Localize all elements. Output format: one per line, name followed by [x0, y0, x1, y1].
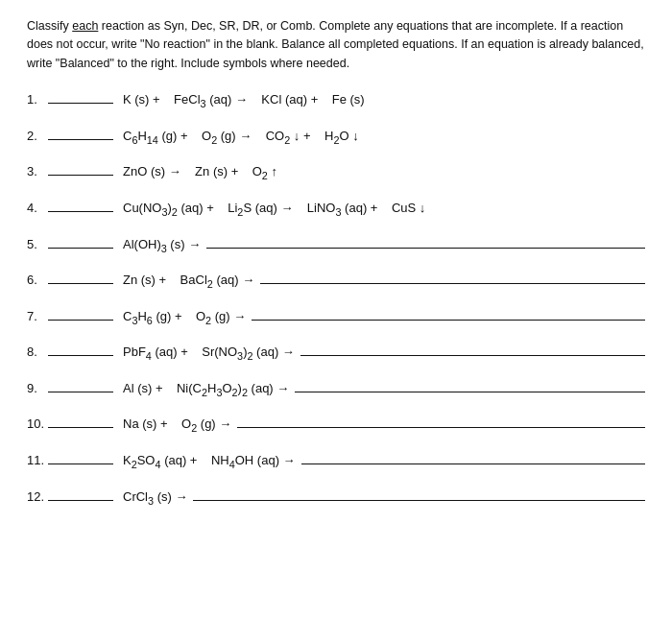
equation-text: Na (s) + O2 (g) → — [123, 416, 231, 434]
row-number: 7. — [27, 309, 48, 323]
equation-text: ZnO (s) → Zn (s) + O2 ↑ — [123, 164, 277, 181]
row-number: 4. — [27, 201, 48, 215]
row-number: 8. — [27, 345, 48, 359]
equation: C3H6 (g) + O2 (g) → — [123, 307, 645, 326]
equation: PbF4 (aq) + Sr(NO3)2 (aq) → — [123, 343, 645, 362]
reaction-row: 2.C6H14 (g) + O2 (g) → CO2 ↓ + H2O ↓ — [27, 127, 645, 146]
equation: K2SO4 (aq) + NH4OH (aq) → — [123, 451, 645, 470]
equation-text: PbF4 (aq) + Sr(NO3)2 (aq) → — [123, 345, 295, 362]
row-number: 12. — [27, 489, 48, 504]
classification-blank[interactable] — [48, 379, 113, 392]
equation-completion-blank[interactable] — [301, 451, 645, 464]
classification-blank[interactable] — [48, 487, 113, 501]
classification-blank[interactable] — [48, 162, 113, 176]
equation-completion-blank[interactable] — [193, 487, 645, 501]
classification-blank[interactable] — [48, 343, 113, 356]
equation: Na (s) + O2 (g) → — [123, 415, 645, 434]
reaction-row: 4.Cu(NO3)2 (aq) + Li2S (aq) → LiNO3 (aq)… — [27, 199, 645, 218]
equation-text: CrCl3 (s) → — [123, 489, 187, 507]
reaction-row: 12.CrCl3 (s) → — [27, 487, 645, 507]
equation-completion-blank[interactable] — [206, 235, 645, 249]
row-number: 6. — [27, 273, 48, 287]
equation-completion-blank[interactable] — [237, 415, 645, 428]
equation-completion-blank[interactable] — [260, 271, 645, 284]
equation-text: Zn (s) + BaCl2 (aq) → — [123, 273, 254, 290]
equation-completion-blank[interactable] — [252, 307, 645, 321]
equation: Cu(NO3)2 (aq) + Li2S (aq) → LiNO3 (aq) +… — [123, 201, 645, 218]
instructions: Classify each reaction as Syn, Dec, SR, … — [27, 17, 645, 73]
equation-completion-blank[interactable] — [300, 343, 645, 356]
equation-text: C3H6 (g) + O2 (g) → — [123, 309, 246, 326]
reaction-row: 10.Na (s) + O2 (g) → — [27, 415, 645, 434]
equation: C6H14 (g) + O2 (g) → CO2 ↓ + H2O ↓ — [123, 129, 645, 146]
equation: K (s) + FeCl3 (aq) → KCl (aq) + Fe (s) — [123, 92, 645, 109]
reaction-row: 3.ZnO (s) → Zn (s) + O2 ↑ — [27, 162, 645, 181]
equation-text: Al (s) + Ni(C2H3O2)2 (aq) → — [123, 381, 289, 398]
classification-blank[interactable] — [48, 235, 113, 249]
classification-blank[interactable] — [48, 271, 113, 284]
equation-completion-blank[interactable] — [295, 379, 645, 392]
equation-text: C6H14 (g) + O2 (g) → CO2 ↓ + H2O ↓ — [123, 129, 359, 146]
classification-blank[interactable] — [48, 307, 113, 321]
reaction-row: 11.K2SO4 (aq) + NH4OH (aq) → — [27, 451, 645, 470]
equation: ZnO (s) → Zn (s) + O2 ↑ — [123, 164, 645, 181]
row-number: 11. — [27, 453, 48, 467]
row-number: 9. — [27, 381, 48, 395]
row-number: 10. — [27, 416, 48, 431]
equation: Al(OH)3 (s) → — [123, 235, 645, 254]
classification-blank[interactable] — [48, 451, 113, 464]
equation: CrCl3 (s) → — [123, 487, 645, 507]
equation-text: Cu(NO3)2 (aq) + Li2S (aq) → LiNO3 (aq) +… — [123, 201, 425, 218]
reaction-row: 7.C3H6 (g) + O2 (g) → — [27, 307, 645, 326]
equation: Al (s) + Ni(C2H3O2)2 (aq) → — [123, 379, 645, 398]
classification-blank[interactable] — [48, 127, 113, 140]
reaction-row: 5.Al(OH)3 (s) → — [27, 235, 645, 254]
equation: Zn (s) + BaCl2 (aq) → — [123, 271, 645, 290]
classification-blank[interactable] — [48, 415, 113, 428]
classification-blank[interactable] — [48, 90, 113, 104]
equation-text: K (s) + FeCl3 (aq) → KCl (aq) + Fe (s) — [123, 92, 365, 109]
row-number: 5. — [27, 237, 48, 251]
equation-text: K2SO4 (aq) + NH4OH (aq) → — [123, 453, 296, 470]
reaction-row: 9.Al (s) + Ni(C2H3O2)2 (aq) → — [27, 379, 645, 398]
row-number: 3. — [27, 164, 48, 178]
classification-blank[interactable] — [48, 199, 113, 212]
reaction-row: 6.Zn (s) + BaCl2 (aq) → — [27, 271, 645, 290]
reaction-row: 1.K (s) + FeCl3 (aq) → KCl (aq) + Fe (s) — [27, 90, 645, 109]
row-number: 1. — [27, 92, 48, 107]
row-number: 2. — [27, 129, 48, 143]
reaction-row: 8.PbF4 (aq) + Sr(NO3)2 (aq) → — [27, 343, 645, 362]
equation-text: Al(OH)3 (s) → — [123, 237, 201, 254]
